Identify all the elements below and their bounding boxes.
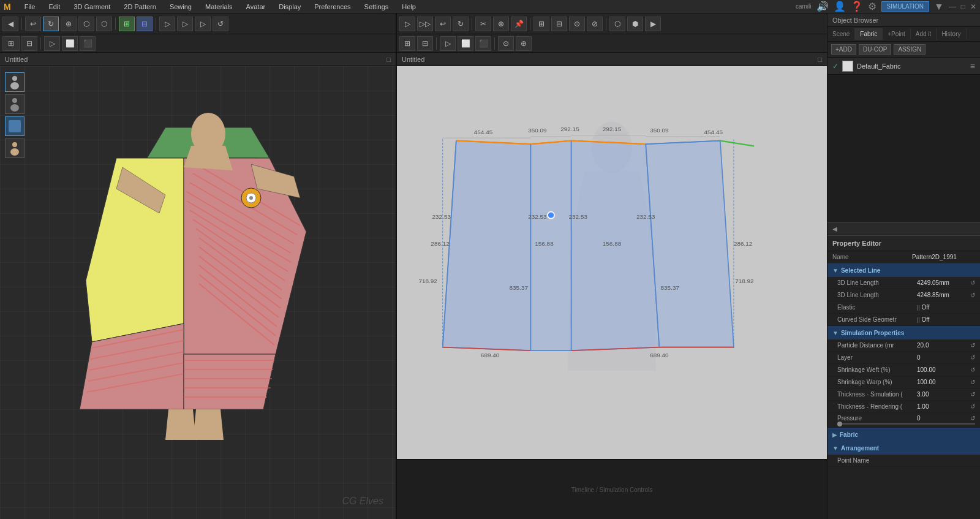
add-button[interactable]: +ADD [831, 44, 856, 55]
sound-icon[interactable]: 🔊 [816, 1, 829, 12]
show-topology[interactable]: ⊟ [21, 36, 37, 51]
settings-icon[interactable]: ⚙ [868, 1, 876, 12]
fabric-item[interactable]: ✓ Default_Fabric ≡ [827, 58, 980, 75]
tab-scene[interactable]: Scene [827, 28, 855, 40]
collapse-icon[interactable]: ◀ [832, 225, 837, 232]
view-back[interactable]: ▷ [177, 17, 193, 31]
viewport-2d-canvas[interactable]: 454.45 350.09 292.15 292.15 350.09 454.4… [397, 66, 827, 459]
menu-3dgarment[interactable]: 3D Garment [71, 2, 113, 12]
menu-settings[interactable]: Settings [362, 2, 391, 12]
prop-reset-btn2[interactable]: ↺ [970, 292, 975, 298]
menu-2dpattern[interactable]: 2D Pattern [121, 2, 159, 12]
2d-rotate[interactable]: ↩ [435, 17, 451, 31]
property-editor-collapse[interactable]: ◀ [827, 222, 980, 235]
viewport-3d-canvas[interactable]: CG Elves [0, 66, 396, 519]
tab-addit[interactable]: Add it [911, 28, 937, 40]
assign-button[interactable]: ASSIGN [894, 44, 925, 55]
pin-tool[interactable]: ⊟ [137, 17, 153, 31]
2d-view3[interactable]: ⊙ [569, 17, 585, 31]
2d-select[interactable]: ▷ [399, 17, 415, 31]
view-reset[interactable]: ↺ [213, 17, 228, 31]
menu-edit[interactable]: Edit [46, 2, 62, 12]
prop-particle-btn[interactable]: ↺ [970, 342, 975, 349]
2d-render[interactable]: ▶ [645, 17, 661, 31]
prop-layer-btn[interactable]: ↺ [970, 354, 975, 361]
minimize-icon[interactable]: — [949, 2, 956, 11]
2d-view2[interactable]: ⊟ [551, 17, 567, 31]
menu-avatar[interactable]: Avatar [244, 2, 268, 12]
avatar-thumb-2[interactable] [5, 94, 24, 114]
menu-file[interactable]: File [22, 2, 38, 12]
2d-sim[interactable]: ⬢ [627, 17, 643, 31]
2d-sew[interactable]: ⊕ [493, 17, 509, 31]
wireframe-mode[interactable]: ⬜ [62, 36, 78, 51]
view-side[interactable]: ▷ [195, 17, 211, 31]
2d-tool1[interactable]: ⊞ [399, 36, 415, 51]
prop-label-3dll2: 3D Line Length [837, 292, 917, 298]
2d-tool3[interactable]: ▷ [440, 36, 456, 51]
viewport-2d-maximize[interactable]: □ [818, 56, 822, 63]
2d-tool2[interactable]: ⊟ [417, 36, 433, 51]
maximize-icon[interactable]: □ [961, 2, 965, 11]
2d-scale[interactable]: ↻ [453, 17, 469, 31]
close-icon[interactable]: ✕ [970, 2, 976, 11]
viewport-3d-maximize[interactable]: □ [386, 56, 391, 63]
menu-materials[interactable]: Materials [203, 2, 235, 12]
render-mode[interactable]: ▷ [44, 36, 60, 51]
view-front[interactable]: ▷ [159, 17, 175, 31]
avatar-thumb-1[interactable] [5, 72, 24, 92]
prop-label-shrink-warp: Shrinkage Warp (%) [837, 379, 917, 385]
2d-tool6[interactable]: ⊙ [498, 36, 514, 51]
simulation-button[interactable]: SIMULATION [881, 1, 929, 12]
select-tool[interactable]: ◀ [2, 17, 18, 31]
menu-sewing[interactable]: Sewing [167, 2, 194, 12]
avatar-thumb-3[interactable] [5, 116, 24, 136]
prop-shrink-weft-btn[interactable]: ↺ [970, 366, 975, 373]
help-icon[interactable]: ❓ [851, 1, 863, 12]
arrangement-tool[interactable]: ⊞ [119, 17, 135, 31]
pressure-slider-thumb[interactable] [837, 422, 842, 426]
avatar-thumb-4[interactable] [5, 138, 24, 158]
2d-pin[interactable]: 📌 [511, 17, 527, 31]
2d-tool7[interactable]: ⊕ [516, 36, 532, 51]
move-tool[interactable]: ↩ [25, 17, 41, 31]
svg-point-56 [548, 212, 554, 219]
prop-reset-btn1[interactable]: ↺ [970, 279, 975, 286]
2d-view4[interactable]: ⊘ [587, 17, 603, 31]
arrangement-section[interactable]: ▼ Arrangement [827, 441, 980, 455]
prop-pressure-btn[interactable]: ↺ [970, 415, 975, 422]
fabric-expand-icon[interactable]: ≡ [970, 61, 975, 71]
transform-tool[interactable]: ⬡ [78, 17, 94, 31]
2d-arrange[interactable]: ⬡ [609, 17, 625, 31]
svg-text:454.45: 454.45 [704, 129, 723, 135]
menu-help[interactable]: Help [399, 2, 418, 12]
duplicate-button[interactable]: DU-COP [859, 44, 891, 55]
2d-tool4[interactable]: ⬜ [458, 36, 473, 51]
menu-display[interactable]: Display [276, 2, 303, 12]
prop-label-thick-rend: Thickness - Rendering ( [837, 403, 917, 410]
solid-mode[interactable]: ⬛ [80, 36, 96, 51]
2d-cut[interactable]: ✂ [475, 17, 491, 31]
mirror-tool[interactable]: ⬡ [96, 17, 112, 31]
menu-preferences[interactable]: Preferences [312, 2, 353, 12]
2d-transform[interactable]: ▷▷ [417, 17, 433, 31]
prop-shrink-warp-btn[interactable]: ↺ [970, 379, 975, 385]
2d-tool5[interactable]: ⬛ [475, 36, 491, 51]
menu-bar: M File Edit 3D Garment 2D Pattern Sewing… [0, 0, 980, 13]
scale-tool[interactable]: ⊕ [61, 17, 77, 31]
prop-thick-rend-btn[interactable]: ↺ [970, 403, 975, 410]
show-seams[interactable]: ⊞ [2, 36, 20, 51]
selected-line-section[interactable]: ▼ Selected Line [827, 263, 980, 277]
simulation-props-section[interactable]: ▼ Simulation Properties [827, 326, 980, 339]
fabric-section[interactable]: ▶ Fabric [827, 428, 980, 441]
tab-history[interactable]: History [937, 28, 966, 40]
separator3 [156, 18, 156, 30]
expand-icon[interactable]: ▼ [934, 1, 944, 12]
rotate-tool[interactable]: ↻ [43, 17, 59, 31]
2d-view1[interactable]: ⊞ [533, 17, 549, 31]
user-icon[interactable]: 👤 [834, 1, 846, 12]
tab-fabric[interactable]: Fabric [855, 28, 883, 40]
prop-thick-sim-btn[interactable]: ↺ [970, 391, 975, 398]
tab-point[interactable]: +Point [883, 28, 911, 40]
main-layout: ◀ ↩ ↻ ⊕ ⬡ ⬡ ⊞ ⊟ ▷ ▷ ▷ ↺ ⊞ ⊟ ▷ ⬜ ⬛ Untitl [0, 13, 980, 519]
